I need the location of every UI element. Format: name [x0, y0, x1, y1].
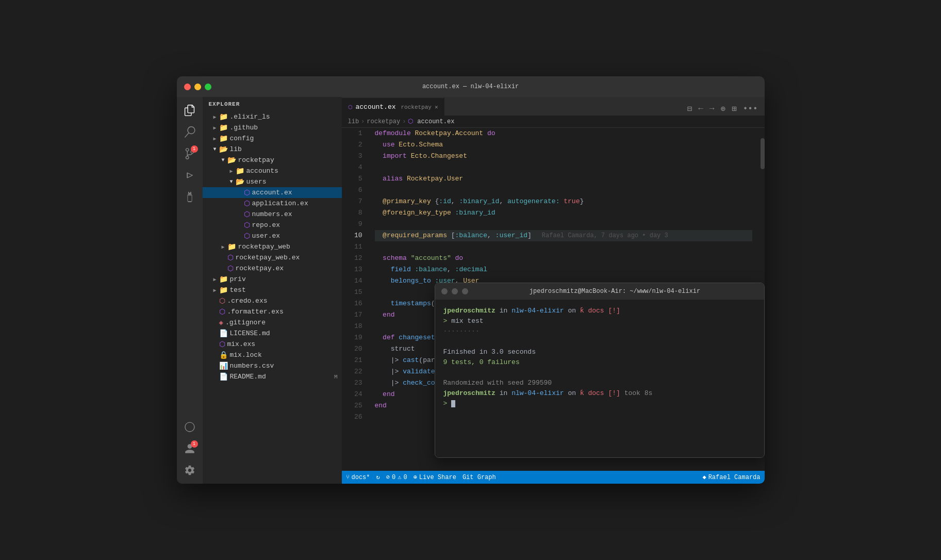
code-editor: 1234 5678 91011 12131415 16171819 202122…: [342, 128, 765, 471]
tree-item-config[interactable]: ▶ 📁 config: [203, 133, 342, 144]
breadcrumb: lib › rocketpay › ⬡ account.ex: [342, 116, 765, 128]
activity-run[interactable]: [180, 166, 199, 185]
tree-item-readme-md[interactable]: ▶ 📄 README.md M: [203, 371, 342, 382]
status-live-share[interactable]: ⊕ Live Share: [414, 473, 456, 481]
split-editor-icon[interactable]: ⊟: [686, 102, 694, 116]
minimize-button[interactable]: [194, 84, 201, 90]
tree-item-users[interactable]: ▼ 📂 users: [203, 176, 342, 187]
terminal-line-1: jpedroschmitz in nlw-04-elixir on ƙ docs…: [443, 306, 756, 316]
warning-icon: ⚠: [398, 473, 401, 481]
nav-forward-icon[interactable]: →: [708, 103, 716, 115]
status-bar: ⑂ docs* ↻ ⊘ 0 ⚠ 0 ⊕ Live Share: [342, 471, 765, 484]
tab-account-ex[interactable]: ⬡ account.ex rocketpay ✕: [342, 98, 444, 116]
maximize-button[interactable]: [205, 84, 211, 90]
tree-item-github[interactable]: ▶ 📁 .github: [203, 122, 342, 133]
tree-item-gitignore[interactable]: ▶ ◈ .gitignore: [203, 317, 342, 328]
tree-item-elixir-ls[interactable]: ▶ 📁 .elixir_ls: [203, 111, 342, 122]
terminal-line-4: Finished in 3.0 seconds: [443, 347, 756, 357]
terminal-overlay: jpedroschmitz@MacBook-Air: ~/www/nlw-04-…: [435, 283, 765, 458]
terminal-line-2: > mix test: [443, 316, 756, 326]
open-in-editor-icon[interactable]: ⊞: [730, 102, 738, 116]
tree-item-test[interactable]: ▶ 📁 test: [203, 285, 342, 295]
terminal-line-7: jpedroschmitz in nlw-04-elixir on ƙ docs…: [443, 388, 756, 399]
tree-item-rocketpay-web-ex[interactable]: ▶ ⬡ rocketpay_web.ex: [203, 252, 342, 263]
source-control-badge: 1: [191, 145, 198, 153]
tree-item-repo-ex[interactable]: ▶ ⬡ repo.ex: [203, 220, 342, 230]
tree-item-numbers-csv[interactable]: ▶ 📊 numbers.csv: [203, 360, 342, 371]
more-actions-icon[interactable]: •••: [741, 103, 760, 115]
status-bar-right: ◆ Rafael Camarda: [702, 473, 760, 481]
activity-source-control[interactable]: 1: [180, 144, 199, 163]
tree-item-numbers-ex[interactable]: ▶ ⬡ numbers.ex: [203, 209, 342, 220]
activity-remote[interactable]: [180, 418, 199, 436]
sidebar-header: Explorer: [203, 97, 342, 111]
tree-item-application-ex[interactable]: ▶ ⬡ application.ex: [203, 198, 342, 209]
editor-area: ⬡ account.ex rocketpay ✕ ⊟ ← → ⊕ ⊞ ••• l…: [342, 97, 765, 484]
main-layout: 1: [177, 97, 765, 484]
tree-item-rocketpay-ex[interactable]: ▶ ⬡ rocketpay.ex: [203, 263, 342, 274]
tree-item-accounts[interactable]: ▶ 📁 accounts: [203, 166, 342, 176]
status-bar-left: ⑂ docs* ↻ ⊘ 0 ⚠ 0 ⊕ Live Share: [346, 473, 496, 481]
terminal-line-5: 9 tests, 0 failures: [443, 357, 756, 368]
tree-item-credo-exs[interactable]: ▶ ⬡ .credo.exs: [203, 295, 342, 306]
accounts-badge: 1: [191, 440, 198, 448]
status-git-graph[interactable]: Git Graph: [463, 474, 496, 481]
activity-bar: 1: [177, 97, 203, 484]
terminal-content: jpedroschmitz in nlw-04-elixir on ƙ docs…: [435, 300, 764, 457]
nav-back-icon[interactable]: ←: [697, 103, 705, 115]
tabs-bar: ⬡ account.ex rocketpay ✕ ⊟ ← → ⊕ ⊞ •••: [342, 97, 765, 116]
terminal-title: jpedroschmitz@MacBook-Air: ~/www/nlw-04-…: [472, 288, 758, 295]
vscode-window: account.ex — nlw-04-elixir 1: [177, 76, 765, 484]
terminal-line-8: >: [443, 399, 756, 409]
status-branch[interactable]: ⑂ docs*: [346, 474, 370, 481]
status-errors[interactable]: ⊘ 0 ⚠ 0: [386, 473, 407, 481]
window-title: account.ex — nlw-04-elixir: [422, 83, 519, 90]
terminal-close[interactable]: [441, 288, 448, 294]
tree-item-mix-exs[interactable]: ▶ ⬡ mix.exs: [203, 339, 342, 350]
status-sync[interactable]: ↻: [376, 473, 380, 481]
tree-item-account-ex[interactable]: ▶ ⬡ account.ex: [203, 187, 342, 198]
tree-item-license-md[interactable]: ▶ 📄 LICENSE.md: [203, 328, 342, 339]
activity-accounts[interactable]: 1: [180, 439, 199, 458]
tree-item-lib[interactable]: ▼ 📂 lib: [203, 144, 342, 155]
scrollbar-thumb[interactable]: [761, 138, 765, 169]
close-button[interactable]: [184, 84, 191, 90]
titlebar: account.ex — nlw-04-elixir: [177, 76, 765, 97]
terminal-line-6: Randomized with seed 299590: [443, 378, 756, 388]
activity-search[interactable]: [180, 123, 199, 141]
tab-close-button[interactable]: ✕: [435, 104, 438, 110]
tree-item-user-ex[interactable]: ▶ ⬡ user.ex: [203, 230, 342, 241]
terminal-minimize[interactable]: [452, 288, 458, 294]
tree-item-mix-lock[interactable]: ▶ 🔒 mix.lock: [203, 350, 342, 360]
terminal-line-3: ·········: [443, 326, 756, 337]
tree-item-priv[interactable]: ▶ 📁 priv: [203, 274, 342, 285]
line-numbers: 1234 5678 91011 12131415 16171819 202122…: [342, 128, 367, 471]
live-share-icon: ⊕: [414, 473, 417, 481]
git-branch-icon: ⑂: [346, 474, 350, 481]
error-icon: ⊘: [386, 473, 390, 481]
sync-icon: ↻: [376, 473, 380, 481]
terminal-maximize[interactable]: [462, 288, 468, 294]
tree-item-rocketpay[interactable]: ▼ 📂 rocketpay: [203, 155, 342, 166]
open-changes-icon[interactable]: ⊕: [719, 102, 727, 116]
activity-extensions[interactable]: [180, 188, 199, 206]
activity-explorer[interactable]: [180, 101, 199, 120]
terminal-titlebar: jpedroschmitz@MacBook-Air: ~/www/nlw-04-…: [435, 283, 764, 300]
traffic-lights: [184, 84, 211, 90]
tree-item-rocketpay-web[interactable]: ▶ 📁 rocketpay_web: [203, 241, 342, 252]
terminal-blank-1: [443, 337, 756, 347]
terminal-blank-2: [443, 368, 756, 378]
author-icon: ◆: [702, 473, 706, 481]
status-author[interactable]: ◆ Rafael Camarda: [702, 473, 760, 481]
tree-item-formatter-exs[interactable]: ▶ ⬡ .formatter.exs: [203, 306, 342, 317]
activity-settings[interactable]: [180, 461, 199, 480]
sidebar: Explorer ▶ 📁 .elixir_ls ▶ 📁 .github ▶ 📁 …: [203, 97, 342, 484]
